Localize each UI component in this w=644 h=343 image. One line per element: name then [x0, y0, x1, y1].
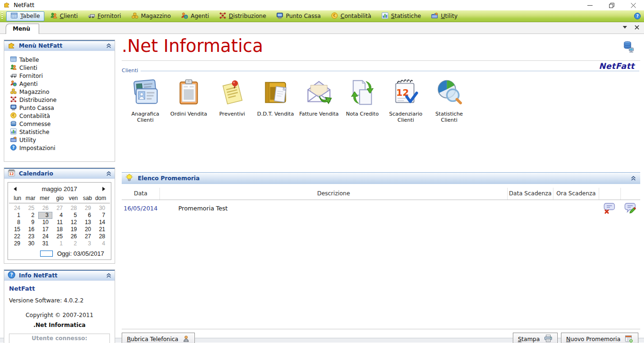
stampa-button[interactable]: Stampa [513, 333, 558, 343]
calendar-next-icon[interactable] [98, 185, 110, 192]
shortcut-fatture-vendita[interactable]: Fatture Vendita [297, 78, 341, 123]
tab-menu[interactable]: Menù [6, 24, 39, 34]
cell-data[interactable]: 16/05/2014 [122, 205, 159, 212]
edit-promemoria-icon[interactable] [620, 202, 640, 214]
tab-close-icon[interactable] [635, 25, 639, 30]
calendar-day[interactable]: 2 [24, 212, 38, 219]
collapse-chevron-icon[interactable] [106, 43, 111, 48]
calendar-day[interactable]: 5 [67, 212, 81, 219]
toolbar-button-fornitori[interactable]: Fornitori [84, 11, 125, 21]
cell-descrizione[interactable]: Promemoria Test [159, 205, 507, 212]
calendar-today-label[interactable]: Oggi: 03/05/2017 [57, 250, 104, 257]
rubrica-telefonica-button[interactable]: Rubrica Telefonica [122, 333, 195, 343]
calendar-day[interactable]: 24 [10, 205, 24, 212]
calendar-day[interactable]: 15 [10, 226, 24, 233]
calendar-day[interactable]: 21 [95, 226, 109, 233]
calendar-day[interactable]: 27 [52, 205, 67, 212]
collapse-chevron-icon[interactable] [106, 273, 111, 278]
calendar-day[interactable]: 13 [81, 219, 95, 226]
calendar-day[interactable]: 7 [95, 212, 109, 219]
calendar-day[interactable]: 1 [52, 240, 67, 247]
toolbar-button-statistiche[interactable]: Statistiche [377, 11, 426, 21]
calendar-day[interactable]: 26 [67, 233, 81, 240]
calendar-day[interactable]: 18 [52, 226, 67, 233]
sidebar-item-fornitori[interactable]: Fornitori [10, 72, 115, 80]
calendar-day[interactable]: 16 [24, 226, 38, 233]
restore-button[interactable] [601, 0, 622, 10]
menu-panel-header[interactable]: Menù NetFatt [4, 40, 115, 51]
info-panel-header[interactable]: ? Info NetFatt [4, 270, 115, 281]
calendar-day[interactable]: 6 [81, 212, 95, 219]
sidebar-item-statistiche[interactable]: Statistiche [10, 128, 115, 136]
shortcut-scadenziario-clienti[interactable]: 12 Scadenziario Clienti [384, 78, 427, 123]
sidebar-item-punto-cassa[interactable]: Punto Cassa [10, 104, 115, 112]
shortcut-preventivi[interactable]: Preventivi [210, 78, 254, 123]
calendar-day[interactable]: 26 [38, 205, 52, 212]
calendar-day[interactable]: 29 [81, 205, 95, 212]
calendar-day[interactable]: 3 [81, 240, 95, 247]
calendar-day[interactable]: 23 [24, 233, 38, 240]
collapse-chevron-icon[interactable] [631, 176, 636, 181]
calendar-panel-header[interactable]: 12 Calendario [4, 168, 115, 179]
close-button[interactable] [622, 0, 644, 10]
calendar-prev-icon[interactable] [9, 185, 21, 192]
calendar-day[interactable]: 30 [24, 240, 38, 247]
table-row[interactable]: 16/05/2014 Promemoria Test [122, 200, 640, 216]
collapse-chevron-icon[interactable] [106, 171, 111, 176]
calendar-day[interactable]: 4 [95, 240, 109, 247]
column-header-ora-scadenza[interactable]: Ora Scadenza [553, 188, 599, 200]
calendar-day[interactable]: 10 [38, 219, 52, 226]
nuovo-promemoria-button[interactable]: Nuovo Promemoria [561, 333, 638, 343]
sidebar-item-clienti[interactable]: Clienti [10, 64, 115, 72]
calendar-today-box[interactable] [40, 251, 53, 257]
calendar-day[interactable]: 29 [10, 240, 24, 247]
calendar-day[interactable]: 31 [38, 240, 52, 247]
toolbar-button-clienti[interactable]: Clienti [46, 11, 82, 21]
calendar-day[interactable]: 12 [67, 219, 81, 226]
sidebar-item-contabilita[interactable]: €Contabilità [10, 112, 115, 120]
toolbar-button-punto-cassa[interactable]: Punto Cassa [272, 11, 325, 21]
help-circle-icon[interactable]: ? [634, 12, 641, 20]
calendar-day[interactable]: 8 [10, 219, 24, 226]
calendar-day[interactable]: 14 [95, 219, 109, 226]
toolbar-button-distribuzione[interactable]: Distribuzione [215, 11, 270, 21]
calendar-day[interactable]: 24 [38, 233, 52, 240]
calendar-day[interactable]: 25 [52, 233, 67, 240]
calendar-day[interactable]: 28 [95, 233, 109, 240]
calendar-day[interactable]: 30 [95, 205, 109, 212]
tab-list-dropdown-icon[interactable] [623, 26, 627, 29]
calendar-day[interactable]: 9 [24, 219, 38, 226]
sidebar-item-distribuzione[interactable]: Distribuzione [10, 96, 115, 104]
minimize-button[interactable] [579, 0, 601, 10]
shortcut-statistiche-clienti[interactable]: Statistiche Clienti [427, 78, 471, 123]
toolbar-button-tabelle[interactable]: Tabelle [6, 11, 44, 21]
toolbar-button-magazzino[interactable]: Magazzino [127, 11, 176, 21]
calendar-day[interactable]: 19 [67, 226, 81, 233]
sidebar-item-utility[interactable]: Utility [10, 136, 115, 144]
calendar-month-label[interactable]: maggio 2017 [21, 185, 98, 192]
calendar-day[interactable]: 27 [81, 233, 95, 240]
toolbar-button-contabilita[interactable]: € Contabilità [326, 11, 376, 21]
database-network-icon[interactable] [622, 41, 635, 54]
sidebar-item-commesse[interactable]: Commesse [10, 120, 115, 128]
calendar-day[interactable]: 17 [38, 226, 52, 233]
calendar-day[interactable]: 2 [67, 240, 81, 247]
sidebar-item-tabelle[interactable]: Tabelle [10, 56, 115, 64]
shortcut-nota-credito[interactable]: Nota Credito [341, 78, 384, 123]
sidebar-item-impostazioni[interactable]: ?Impostazioni [10, 144, 115, 152]
column-header-data[interactable]: Data [122, 188, 159, 200]
sidebar-item-agenti[interactable]: Agenti [10, 80, 115, 88]
toolbar-button-utility[interactable]: Utility [427, 11, 461, 21]
calendar-day[interactable]: 3 [38, 212, 52, 219]
calendar-day[interactable]: 22 [10, 233, 24, 240]
calendar-day[interactable]: 28 [67, 205, 81, 212]
shortcut-ddt-vendita[interactable]: D.D.T. Vendita [254, 78, 297, 123]
delete-promemoria-icon[interactable] [599, 202, 620, 214]
calendar-day[interactable]: 4 [52, 212, 67, 219]
sidebar-item-magazzino[interactable]: Magazzino [10, 88, 115, 96]
shortcut-ordini-vendita[interactable]: Ordini Vendita [167, 78, 210, 123]
shortcut-anagrafica-clienti[interactable]: Anagrafica Clienti [124, 78, 167, 123]
toolbar-button-agenti[interactable]: Agenti [176, 11, 213, 21]
calendar-day[interactable]: 20 [81, 226, 95, 233]
calendar-day[interactable]: 25 [24, 205, 38, 212]
